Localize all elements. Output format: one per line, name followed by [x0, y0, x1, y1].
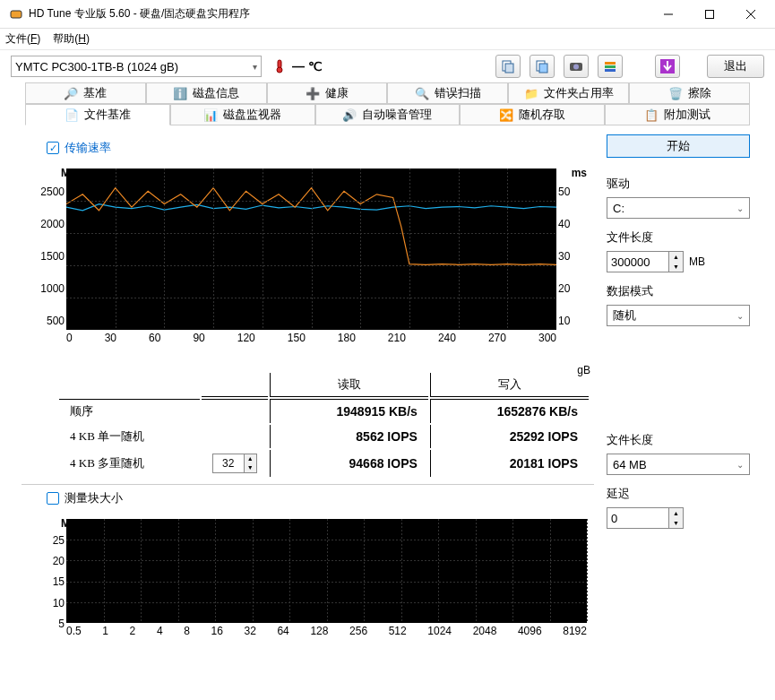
multi-read: 94668 IOPS — [270, 450, 428, 477]
gauge-icon: 🔎 — [64, 86, 78, 100]
menu-file[interactable]: 文件(F) — [5, 31, 40, 47]
row-4k-single: 4 KB 单一随机 — [59, 425, 200, 448]
file-length2-select[interactable]: 64 MB⌄ — [607, 454, 750, 475]
file-length2-label: 文件长度 — [607, 432, 750, 448]
toolbar: YMTC PC300-1TB-B (1024 gB) ▾ — ℃ 退出 — [0, 50, 775, 82]
svg-rect-14 — [605, 65, 616, 68]
monitor-icon: 📊 — [203, 108, 218, 122]
screenshot-button[interactable] — [564, 55, 589, 78]
transfer-chart: MB/s ms 2500200015001000500 5040302010 0… — [25, 169, 590, 362]
file-length-spinner[interactable]: ▲▼ — [607, 251, 684, 272]
svg-rect-10 — [539, 64, 547, 73]
info-icon: ℹ️ — [173, 86, 187, 100]
transfer-rate-checkbox[interactable] — [47, 142, 59, 154]
tab-file-benchmark[interactable]: 📄文件基准 — [25, 104, 170, 125]
tab-health[interactable]: ➕健康 — [267, 82, 388, 104]
svg-rect-0 — [11, 11, 22, 18]
menu-help[interactable]: 帮助(H) — [53, 31, 90, 47]
folder-icon: 📁 — [524, 86, 538, 100]
health-icon: ➕ — [306, 86, 320, 100]
temperature-value: — ℃ — [292, 59, 323, 73]
drive-label: 驱动 — [607, 176, 750, 192]
multi-write: 20181 IOPS — [430, 450, 589, 477]
row-4k-multi: 4 KB 多重随机 — [59, 450, 200, 477]
file-length-unit: MB — [689, 255, 705, 268]
pattern-select[interactable]: 随机⌄ — [607, 305, 750, 326]
row-sequential: 顺序 — [59, 399, 200, 423]
delay-spinner[interactable]: ▲▼ — [607, 507, 684, 529]
single-write: 25292 IOPS — [430, 425, 589, 448]
seq-read: 1948915 KB/s — [270, 399, 428, 423]
svg-rect-8 — [505, 64, 513, 73]
svg-rect-15 — [605, 69, 616, 72]
save-button[interactable] — [655, 55, 680, 78]
tab-benchmark[interactable]: 🔎基准 — [25, 82, 146, 104]
copy-chart-button[interactable] — [530, 55, 555, 78]
delay-label: 延迟 — [607, 486, 750, 502]
tab-folder-usage[interactable]: 📁文件夹占用率 — [508, 82, 629, 104]
block-size-label: 测量块大小 — [65, 490, 123, 506]
file-length-label: 文件长度 — [607, 229, 750, 246]
copy-text-button[interactable] — [495, 55, 521, 78]
tab-extra-tests[interactable]: 📋附加测试 — [605, 104, 750, 125]
col-write: 写入 — [430, 373, 589, 397]
single-read: 8562 IOPS — [270, 425, 428, 448]
svg-rect-13 — [605, 62, 616, 65]
drive-letter-select[interactable]: C:⌄ — [607, 197, 750, 219]
extra-icon: 📋 — [644, 108, 659, 122]
pattern-label: 数据模式 — [607, 283, 750, 299]
queue-depth-value — [213, 455, 244, 471]
drive-select-value: YMTC PC300-1TB-B (1024 gB) — [15, 60, 178, 73]
exit-button[interactable]: 退出 — [707, 55, 764, 78]
options-button[interactable] — [598, 55, 623, 78]
tabs: 🔎基准 ℹ️磁盘信息 ➕健康 🔍错误扫描 📁文件夹占用率 🗑️擦除 📄文件基准 … — [0, 82, 775, 125]
chart1-x-unit: gB — [577, 364, 590, 376]
block-size-checkbox[interactable] — [47, 492, 59, 505]
close-button[interactable] — [730, 1, 771, 28]
svg-point-6 — [277, 67, 282, 73]
results-table: 读取 写入 顺序 1948915 KB/s 1652876 KB/s 4 KB … — [57, 371, 590, 479]
random-icon: 🔀 — [499, 108, 513, 122]
file-bench-icon: 📄 — [65, 108, 79, 122]
chevron-down-icon: ▾ — [253, 62, 257, 72]
blocksize-chart: MB/s 读取 写入 252015105 0.51248163264128256… — [25, 519, 590, 653]
tab-disk-monitor[interactable]: 📊磁盘监视器 — [170, 104, 315, 125]
chart1-y-right-label: ms — [572, 167, 587, 179]
app-icon — [9, 7, 23, 22]
tab-erase[interactable]: 🗑️擦除 — [629, 82, 750, 104]
tab-random-access[interactable]: 🔀随机存取 — [460, 104, 605, 125]
queue-depth-spinner[interactable]: ▲▼ — [212, 454, 257, 473]
menu-bar: 文件(F) 帮助(H) — [0, 29, 775, 50]
tab-error-scan[interactable]: 🔍错误扫描 — [387, 82, 508, 104]
title-bar: HD Tune 专业版 5.60 - 硬盘/固态硬盘实用程序 — [0, 0, 775, 29]
chevron-down-icon: ⌄ — [736, 311, 744, 321]
svg-point-12 — [573, 65, 579, 70]
seq-write: 1652876 KB/s — [430, 399, 589, 423]
chevron-down-icon: ⌄ — [736, 203, 744, 213]
trash-icon: 🗑️ — [668, 86, 683, 100]
svg-rect-2 — [706, 10, 714, 18]
minimize-button[interactable] — [648, 1, 689, 28]
chevron-down-icon: ⌄ — [736, 460, 744, 470]
temperature-box: — ℃ — [272, 59, 323, 73]
drive-select[interactable]: YMTC PC300-1TB-B (1024 gB) ▾ — [11, 56, 262, 77]
maximize-button[interactable] — [689, 1, 730, 28]
window-title: HD Tune 专业版 5.60 - 硬盘/固态硬盘实用程序 — [29, 6, 648, 22]
search-icon: 🔍 — [415, 86, 429, 100]
tab-aam[interactable]: 🔊自动噪音管理 — [315, 104, 461, 125]
side-panel: 开始 驱动 C:⌄ 文件长度 ▲▼ MB 数据模式 随机⌄ 文件长度 64 MB… — [607, 134, 750, 653]
col-read: 读取 — [270, 373, 428, 397]
thermometer-icon — [272, 59, 287, 73]
start-button[interactable]: 开始 — [607, 134, 750, 158]
transfer-rate-label: 传输速率 — [65, 140, 111, 156]
tab-disk-info[interactable]: ℹ️磁盘信息 — [146, 82, 267, 104]
speaker-icon: 🔊 — [342, 108, 357, 122]
